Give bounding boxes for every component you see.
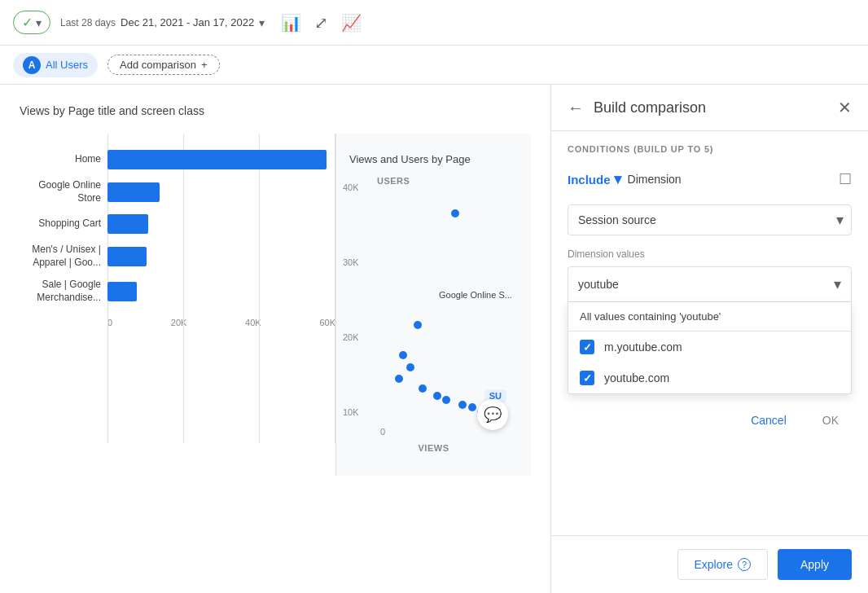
x-axis-tick: 20K [171, 318, 187, 327]
table-row: Sale | GoogleMerchandise... [20, 279, 335, 304]
bar-label: Men's / Unisex |Apparel | Goo... [20, 244, 101, 269]
y-axis-labels: 40K30K20K10K0 [343, 182, 359, 476]
avatar: A [23, 56, 41, 74]
youtube-chevron-icon: ▾ [834, 275, 841, 293]
include-chevron-icon: ▾ [614, 170, 621, 188]
include-dropdown[interactable]: Include ▾ [568, 167, 621, 191]
youtube-label: youtube.com [604, 371, 669, 384]
date-range-selector[interactable]: Last 28 days Dec 21, 2021 - Jan 17, 2022… [60, 16, 265, 29]
checkbox-m-youtube[interactable]: ✓ [580, 340, 594, 354]
checkbox-youtube[interactable]: ✓ [580, 371, 594, 385]
segment-selector[interactable]: ✓ ▾ [13, 11, 50, 34]
all-users-chip[interactable]: A All Users [13, 53, 98, 77]
ok-button[interactable]: OK [809, 407, 852, 433]
help-icon: ? [738, 558, 751, 571]
session-source-wrapper: Session source ▾ [568, 204, 852, 235]
x-axis-tick: 0 [107, 318, 112, 327]
chat-bubble-button[interactable]: 💬 [477, 399, 508, 430]
x-axis-tick: 40K [245, 318, 261, 327]
check-icon: ✓ [583, 372, 592, 384]
trend-icon[interactable]: 📈 [341, 13, 362, 33]
include-label: Include [568, 173, 611, 187]
explore-label: Explore [695, 558, 733, 571]
table-row: Google OnlineStore [20, 179, 335, 204]
users-axis-label: USERS [377, 176, 410, 186]
back-button[interactable]: ← [568, 99, 584, 117]
top-bar: ✓ ▾ Last 28 days Dec 21, 2021 - Jan 17, … [0, 0, 868, 46]
date-range-label: Last 28 days [60, 17, 116, 29]
bar-label: Sale | GoogleMerchandise... [20, 279, 101, 304]
views-axis-label: VIEWS [419, 443, 449, 453]
panel-body: CONDITIONS (BUILD UP TO 5) Include ▾ Dim… [551, 131, 868, 535]
add-icon: + [201, 59, 208, 71]
bar-label: Google OnlineStore [20, 179, 101, 204]
close-button[interactable]: ✕ [838, 98, 852, 117]
list-item[interactable]: ✓ youtube.com [568, 362, 851, 393]
check-icon: ✓ [22, 15, 33, 30]
table-row: Men's / Unisex |Apparel | Goo... [20, 244, 335, 269]
bar-chart: Home Google OnlineStore [20, 134, 335, 305]
bar-label: Shopping Cart [20, 217, 101, 231]
youtube-select-wrapper: youtube ▾ All values containing 'youtube… [568, 266, 852, 394]
all-users-label: All Users [46, 59, 88, 71]
cancel-ok-row: Cancel OK [568, 407, 852, 433]
date-chevron-icon: ▾ [259, 16, 265, 29]
explore-button[interactable]: Explore ? [677, 549, 768, 580]
bar-label: Home [20, 153, 101, 166]
cancel-button[interactable]: Cancel [738, 407, 800, 433]
date-range-value: Dec 21, 2021 - Jan 17, 2022 [121, 16, 254, 29]
bar-chart-icon[interactable]: 📊 [281, 13, 301, 33]
apply-button[interactable]: Apply [778, 549, 852, 580]
panel-footer: Explore ? Apply [551, 535, 868, 593]
left-panel: Views by Page title and screen class Hom… [0, 85, 550, 593]
dimension-label: Dimension [628, 173, 832, 186]
scatter-chart-title: Views and Users by Page [349, 153, 518, 165]
m-youtube-label: m.youtube.com [604, 340, 682, 354]
scatter-label: Google Online S... [439, 290, 512, 300]
panel-header: ← Build comparison ✕ [551, 85, 868, 131]
dimension-values-label: Dimension values [568, 248, 852, 260]
build-comparison-panel: ← Build comparison ✕ CONDITIONS (BUILD U… [550, 85, 868, 593]
add-comparison-button[interactable]: Add comparison + [107, 55, 220, 75]
x-axis-tick: 60K [319, 318, 335, 327]
include-row: Include ▾ Dimension ☐ [568, 167, 852, 191]
chevron-down-icon: ▾ [36, 16, 42, 29]
table-row: Home [20, 150, 335, 169]
youtube-select[interactable]: youtube ▾ [568, 266, 852, 302]
toolbar-icons: 📊 ⤢ 📈 [281, 13, 362, 33]
dropdown-list: All values containing 'youtube' ✓ m.yout… [568, 302, 852, 394]
youtube-value: youtube [578, 278, 834, 291]
scatter-chart: Views and Users by Page USERS 40K30K20K1… [335, 134, 531, 476]
panel-title: Build comparison [594, 99, 828, 116]
list-item[interactable]: ✓ m.youtube.com [568, 332, 851, 362]
main-content: Views by Page title and screen class Hom… [0, 85, 868, 593]
table-row: Shopping Cart [20, 214, 335, 234]
search-info: All values containing 'youtube' [568, 302, 851, 332]
share-icon[interactable]: ⤢ [314, 13, 328, 33]
check-icon: ✓ [583, 341, 592, 354]
add-comparison-label: Add comparison [120, 59, 196, 71]
x-axis: 0 20K 40K 60K [107, 318, 335, 327]
bar-chart-title: Views by Page title and screen class [20, 104, 531, 117]
session-source-select[interactable]: Session source [568, 204, 852, 235]
delete-button[interactable]: ☐ [839, 170, 852, 188]
conditions-label: CONDITIONS (BUILD UP TO 5) [568, 144, 852, 154]
segment-bar: A All Users Add comparison + [0, 46, 868, 85]
action-buttons-row: Explore ? Apply [568, 549, 852, 580]
